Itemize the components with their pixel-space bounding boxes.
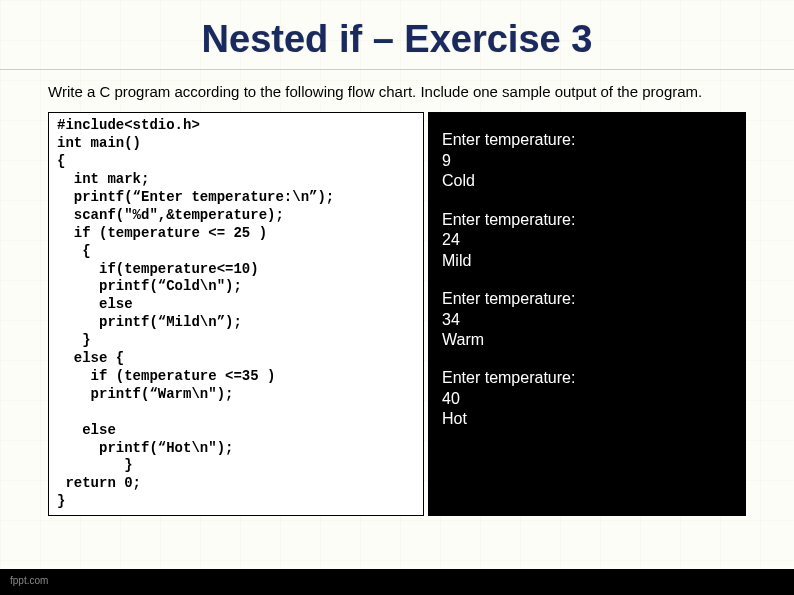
instruction-text: Write a C program according to the follo… [0,70,794,112]
output-group: Enter temperature: 34 Warm [442,289,732,350]
output-input: 9 [442,151,732,171]
output-result: Mild [442,251,732,271]
output-group: Enter temperature: 24 Mild [442,210,732,271]
footer-credit: fppt.com [0,569,794,595]
output-prompt: Enter temperature: [442,210,732,230]
output-prompt: Enter temperature: [442,289,732,309]
output-input: 40 [442,389,732,409]
content-row: #include<stdio.h> int main() { int mark;… [0,112,794,516]
output-prompt: Enter temperature: [442,368,732,388]
output-box: Enter temperature: 9 Cold Enter temperat… [428,112,746,516]
output-result: Warm [442,330,732,350]
output-group: Enter temperature: 9 Cold [442,130,732,191]
code-box: #include<stdio.h> int main() { int mark;… [48,112,424,516]
output-input: 34 [442,310,732,330]
slide-title: Nested if – Exercise 3 [0,0,794,70]
output-result: Hot [442,409,732,429]
output-result: Cold [442,171,732,191]
output-group: Enter temperature: 40 Hot [442,368,732,429]
output-prompt: Enter temperature: [442,130,732,150]
output-input: 24 [442,230,732,250]
